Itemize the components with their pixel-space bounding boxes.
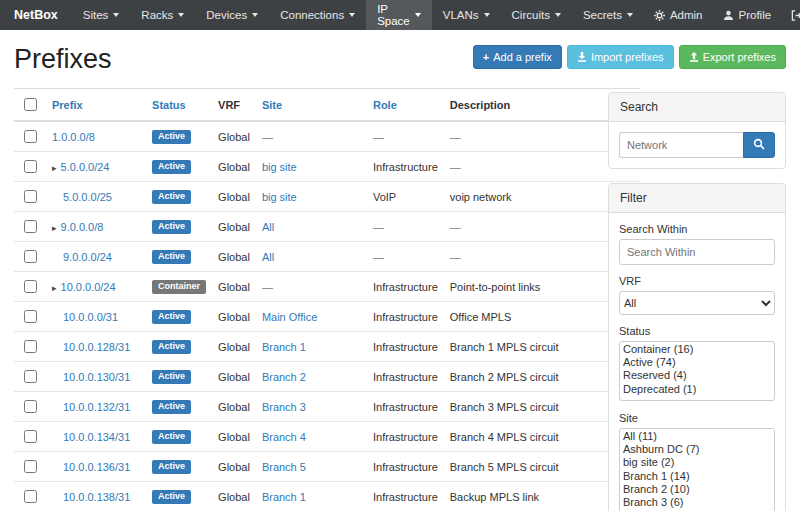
- nav-profile[interactable]: Profile: [713, 0, 782, 30]
- filter-option[interactable]: Deprecated (1): [621, 383, 773, 396]
- column-header-role[interactable]: Role: [367, 89, 444, 122]
- row-checkbox[interactable]: [24, 220, 37, 233]
- nav-item-label: Devices: [206, 9, 247, 21]
- site-link[interactable]: All: [262, 221, 274, 233]
- vrf-cell: Global: [212, 212, 256, 242]
- expand-arrow-icon[interactable]: ▸: [52, 163, 57, 173]
- site-link[interactable]: Branch 2: [262, 371, 306, 383]
- filter-option[interactable]: big site (2): [621, 456, 773, 469]
- site-link[interactable]: big site: [262, 161, 297, 173]
- prefix-link[interactable]: 10.0.0.132/31: [63, 401, 130, 413]
- prefix-link[interactable]: 10.0.0.128/31: [63, 341, 130, 353]
- chevron-down-icon: [252, 13, 258, 17]
- prefix-link[interactable]: 10.0.0.130/31: [63, 371, 130, 383]
- column-header-site[interactable]: Site: [256, 89, 367, 122]
- row-checkbox[interactable]: [24, 430, 37, 443]
- filter-option[interactable]: Branch 1 (14): [621, 470, 773, 483]
- vrf-filter-select[interactable]: All: [619, 291, 775, 315]
- nav-right-label: Profile: [739, 9, 772, 21]
- status-filter-label: Status: [619, 325, 775, 337]
- role-cell: Infrastructure: [367, 422, 444, 452]
- row-checkbox[interactable]: [24, 370, 37, 383]
- search-within-input[interactable]: [619, 239, 775, 265]
- prefix-link[interactable]: 10.0.0.136/31: [63, 461, 130, 473]
- role-cell: Infrastructure: [367, 272, 444, 302]
- nav-item-secrets[interactable]: Secrets: [572, 0, 644, 30]
- status-badge: Active: [152, 370, 191, 384]
- row-checkbox[interactable]: [24, 400, 37, 413]
- row-checkbox[interactable]: [24, 310, 37, 323]
- vrf-cell: Global: [212, 482, 256, 511]
- filter-option[interactable]: All (11): [621, 430, 773, 443]
- site-link[interactable]: Branch 5: [262, 461, 306, 473]
- table-row: ▸9.0.0.0/8ActiveGlobalAll——: [14, 212, 640, 242]
- nav-admin[interactable]: Admin: [644, 0, 713, 30]
- site-link[interactable]: Branch 1: [262, 491, 306, 503]
- table-row: 10.0.0.0/31ActiveGlobalMain OfficeInfras…: [14, 302, 640, 332]
- nav-item-label: Racks: [141, 9, 173, 21]
- add-prefix-button[interactable]: + Add a prefix: [473, 45, 562, 69]
- prefix-link[interactable]: 9.0.0.0/8: [61, 221, 104, 233]
- vrf-cell: Global: [212, 272, 256, 302]
- filter-option[interactable]: Branch 2 (10): [621, 483, 773, 496]
- site-link[interactable]: Branch 3: [262, 401, 306, 413]
- vrf-cell: Global: [212, 362, 256, 392]
- prefix-link[interactable]: 9.0.0.0/24: [63, 251, 112, 263]
- row-checkbox[interactable]: [24, 490, 37, 503]
- prefix-link[interactable]: 10.0.0.0/24: [61, 281, 116, 293]
- vrf-cell: Global: [212, 422, 256, 452]
- export-prefixes-button[interactable]: Export prefixes: [679, 45, 786, 69]
- row-checkbox[interactable]: [24, 280, 37, 293]
- nav-item-devices[interactable]: Devices: [195, 0, 269, 30]
- filter-option[interactable]: Reserved (4): [621, 369, 773, 382]
- site-link[interactable]: Branch 4: [262, 431, 306, 443]
- row-checkbox[interactable]: [24, 130, 37, 143]
- expand-arrow-icon[interactable]: ▸: [52, 223, 57, 233]
- site-filter-select[interactable]: All (11)Ashburn DC (7)big site (2)Branch…: [619, 428, 775, 511]
- row-checkbox[interactable]: [24, 340, 37, 353]
- site-link[interactable]: big site: [262, 191, 297, 203]
- filter-option[interactable]: Container (16): [621, 343, 773, 356]
- filter-option[interactable]: Active (74): [621, 356, 773, 369]
- nav-log-out[interactable]: Log out: [781, 0, 800, 30]
- column-header-prefix[interactable]: Prefix: [46, 89, 146, 122]
- nav-item-ip-space[interactable]: IP Space: [366, 0, 432, 30]
- nav-item-racks[interactable]: Racks: [130, 0, 195, 30]
- search-button[interactable]: [743, 132, 775, 158]
- nav-item-label: Secrets: [583, 9, 622, 21]
- status-filter-select[interactable]: Container (16)Active (74)Reserved (4)Dep…: [619, 341, 775, 401]
- expand-arrow-icon[interactable]: ▸: [52, 283, 57, 293]
- filter-option[interactable]: Branch 3 (6): [621, 496, 773, 509]
- row-checkbox[interactable]: [24, 190, 37, 203]
- site-link[interactable]: Main Office: [262, 311, 317, 323]
- role-cell: Infrastructure: [367, 302, 444, 332]
- filter-option[interactable]: Ashburn DC (7): [621, 443, 773, 456]
- row-checkbox[interactable]: [24, 160, 37, 173]
- nav-item-connections[interactable]: Connections: [269, 0, 366, 30]
- prefix-link[interactable]: 10.0.0.138/31: [63, 491, 130, 503]
- empty-value: —: [262, 131, 273, 143]
- prefix-link[interactable]: 5.0.0.0/24: [61, 161, 110, 173]
- row-checkbox[interactable]: [24, 460, 37, 473]
- brand[interactable]: NetBox: [0, 0, 72, 30]
- role-cell: Infrastructure: [367, 392, 444, 422]
- prefix-link[interactable]: 1.0.0.0/8: [52, 131, 95, 143]
- prefix-link[interactable]: 10.0.0.134/31: [63, 431, 130, 443]
- vrf-cell: Global: [212, 332, 256, 362]
- import-prefixes-button[interactable]: Import prefixes: [567, 45, 674, 69]
- select-all-checkbox[interactable]: [24, 98, 37, 111]
- column-header-status[interactable]: Status: [146, 89, 212, 122]
- nav-item-circuits[interactable]: Circuits: [501, 0, 572, 30]
- prefix-link[interactable]: 5.0.0.0/25: [63, 191, 112, 203]
- nav-item-vlans[interactable]: VLANs: [432, 0, 501, 30]
- site-link[interactable]: Branch 1: [262, 341, 306, 353]
- nav-item-sites[interactable]: Sites: [72, 0, 131, 30]
- status-badge: Active: [152, 490, 191, 504]
- status-badge: Active: [152, 220, 191, 234]
- row-checkbox[interactable]: [24, 250, 37, 263]
- table-row: 5.0.0.0/25ActiveGlobalbig siteVoIPvoip n…: [14, 182, 640, 212]
- prefix-link[interactable]: 10.0.0.0/31: [63, 311, 118, 323]
- site-link[interactable]: All: [262, 251, 274, 263]
- search-within-label: Search Within: [619, 223, 775, 235]
- search-input[interactable]: [619, 132, 743, 158]
